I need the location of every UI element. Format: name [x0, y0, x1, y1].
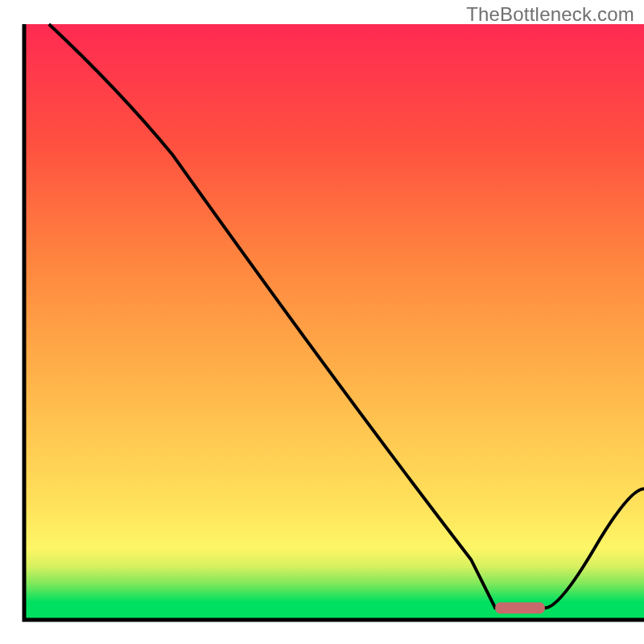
- chart-frame: TheBottleneck.com: [0, 0, 644, 644]
- watermark-text: TheBottleneck.com: [466, 3, 634, 26]
- optimal-range-marker: [495, 602, 545, 613]
- gradient-background: [24, 24, 644, 620]
- bottleneck-chart: [0, 0, 644, 644]
